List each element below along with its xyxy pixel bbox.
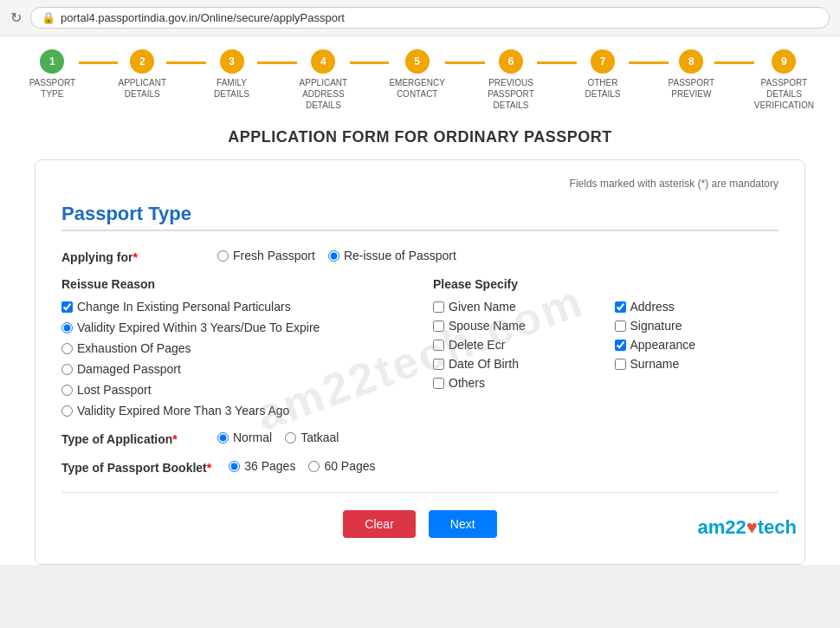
- connector-5-6: [445, 62, 485, 64]
- step-circle-2: 2: [130, 49, 154, 74]
- specify-delete-ecr[interactable]: Delete Ecr: [433, 338, 598, 352]
- reissue-passport-radio[interactable]: [328, 250, 339, 262]
- reissue-passport-option[interactable]: Re-issue of Passport: [328, 249, 456, 262]
- reissue-option-validity-more[interactable]: Validity Expired More Than 3 Years Ago: [61, 404, 407, 418]
- step-1[interactable]: 1 PASSPORT TYPE: [26, 49, 79, 100]
- 36-pages-radio[interactable]: [229, 461, 240, 472]
- specify-date-of-birth[interactable]: Date Of Birth: [433, 357, 598, 371]
- step-label-6: PREVIOUSPASSPORT DETAILS: [485, 77, 538, 111]
- address-bar[interactable]: 🔒 portal4.passportindia.gov.in/Online/se…: [30, 7, 830, 29]
- specify-given-name[interactable]: Given Name: [433, 300, 598, 314]
- specify-checkbox-date-of-birth[interactable]: [433, 359, 444, 370]
- specify-options-grid: Given Name Address Spouse Name: [433, 300, 779, 390]
- specify-others[interactable]: Others: [433, 376, 598, 390]
- connector-6-7: [537, 62, 577, 64]
- page-title: APPLICATION FORM FOR ORDINARY PASSPORT: [0, 120, 840, 159]
- step-label-5: EMERGENCYCONTACT: [389, 77, 444, 100]
- specify-checkbox-others[interactable]: [433, 378, 444, 389]
- specify-checkbox-spouse-name[interactable]: [433, 320, 444, 332]
- specify-surname[interactable]: Surname: [615, 357, 779, 371]
- reissue-option-damaged[interactable]: Damaged Passport: [61, 362, 407, 376]
- fresh-passport-radio[interactable]: [217, 250, 229, 262]
- specify-checkbox-address[interactable]: [615, 301, 626, 313]
- reissue-reason-panel: Reissue Reason Change In Existing Person…: [61, 277, 407, 418]
- specify-spouse-name[interactable]: Spouse Name: [433, 319, 598, 333]
- 60-pages-radio[interactable]: [308, 461, 320, 472]
- url-text: portal4.passportindia.gov.in/Online/secu…: [61, 11, 345, 24]
- step-circle-8: 8: [679, 49, 703, 74]
- reissue-option-exhaustion[interactable]: Exhaustion Of Pages: [61, 341, 407, 355]
- specify-signature[interactable]: Signature: [615, 319, 779, 333]
- specify-checkbox-given-name[interactable]: [433, 301, 444, 313]
- applying-for-options: Fresh Passport Re-issue of Passport: [217, 249, 456, 262]
- type-of-application-options: Normal Tatkaal: [217, 431, 339, 444]
- step-3[interactable]: 3 FAMILY DETAILS: [206, 49, 258, 100]
- specify-appearance[interactable]: Appearance: [615, 338, 779, 352]
- specify-checkbox-delete-ecr[interactable]: [433, 340, 444, 351]
- step-circle-9: 9: [772, 49, 796, 74]
- form-card-wrapper: am22tech.com Fields marked with asterisk…: [0, 159, 840, 565]
- connector-8-9: [714, 62, 754, 64]
- reissue-radio-validity-more[interactable]: [61, 405, 73, 417]
- clear-button[interactable]: Clear: [343, 510, 415, 538]
- step-7[interactable]: 7 OTHER DETAILS: [577, 49, 629, 100]
- applying-for-label: Applying for*: [61, 249, 200, 264]
- connector-3-4: [257, 62, 297, 64]
- specify-checkbox-appearance[interactable]: [615, 340, 626, 351]
- step-5[interactable]: 5 EMERGENCYCONTACT: [389, 49, 444, 100]
- refresh-icon[interactable]: ↻: [10, 10, 22, 26]
- reissue-reason-title: Reissue Reason: [61, 277, 407, 291]
- step-label-7: OTHER DETAILS: [577, 77, 629, 100]
- step-9[interactable]: 9 PASSPORT DETAILSVERIFICATION: [754, 49, 814, 111]
- 36-pages-option[interactable]: 36 Pages: [229, 459, 295, 473]
- normal-option[interactable]: Normal: [217, 431, 272, 444]
- next-button[interactable]: Next: [429, 510, 497, 538]
- connector-4-5: [350, 62, 390, 64]
- section-title: Passport Type: [61, 203, 779, 225]
- 60-pages-option[interactable]: 60 Pages: [308, 459, 375, 473]
- specify-checkbox-surname[interactable]: [615, 359, 626, 370]
- specify-checkbox-signature[interactable]: [615, 320, 626, 332]
- am22tech-logo: am22♥tech: [697, 516, 797, 539]
- section-divider: [61, 230, 779, 231]
- form-inner: am22tech.com Fields marked with asterisk…: [61, 178, 779, 538]
- step-label-9: PASSPORT DETAILSVERIFICATION: [754, 77, 814, 111]
- reissue-radio-validity3[interactable]: [61, 322, 73, 333]
- step-circle-4: 4: [311, 49, 335, 74]
- lock-icon: 🔒: [42, 11, 55, 24]
- connector-1-2: [79, 62, 119, 64]
- applying-for-row: Applying for* Fresh Passport Re-issue of…: [61, 249, 779, 264]
- tatkaal-option[interactable]: Tatkaal: [285, 431, 339, 444]
- progress-bar: 1 PASSPORT TYPE 2 APPLICANTDETAILS 3 FAM…: [0, 36, 840, 120]
- fresh-passport-option[interactable]: Fresh Passport: [217, 249, 315, 262]
- specify-address[interactable]: Address: [615, 300, 779, 314]
- reissue-option-lost[interactable]: Lost Passport: [61, 383, 407, 397]
- step-label-1: PASSPORT TYPE: [26, 77, 79, 100]
- step-label-2: APPLICANTDETAILS: [118, 77, 166, 100]
- reissue-option-change[interactable]: Change In Existing Personal Particulars: [61, 300, 407, 314]
- type-of-booklet-label: Type of Passport Booklet*: [61, 459, 211, 475]
- reissue-checkbox-change[interactable]: [61, 301, 73, 313]
- reissue-options-list: Change In Existing Personal Particulars …: [61, 300, 407, 418]
- tatkaal-radio[interactable]: [285, 432, 296, 443]
- step-label-3: FAMILY DETAILS: [206, 77, 258, 100]
- reissue-radio-exhaustion[interactable]: [61, 343, 73, 354]
- reissue-radio-lost[interactable]: [61, 385, 73, 396]
- please-specify-panel: Please Specify Given Name Address: [433, 277, 779, 418]
- normal-radio[interactable]: [217, 432, 229, 443]
- step-4[interactable]: 4 APPLICANTADDRESS DETAILS: [297, 49, 350, 111]
- browser-bar: ↻ 🔒 portal4.passportindia.gov.in/Online/…: [0, 0, 840, 36]
- type-of-booklet-options: 36 Pages 60 Pages: [229, 459, 375, 473]
- reissue-radio-damaged[interactable]: [61, 364, 73, 375]
- step-8[interactable]: 8 PASSPORTPREVIEW: [669, 49, 715, 100]
- reissue-option-validity3[interactable]: Validity Expired Within 3 Years/Due To E…: [61, 320, 407, 334]
- connector-7-8: [629, 62, 669, 64]
- step-2[interactable]: 2 APPLICANTDETAILS: [118, 49, 166, 100]
- step-circle-5: 5: [405, 49, 430, 74]
- type-of-booklet-row: Type of Passport Booklet* 36 Pages 60 Pa…: [61, 459, 779, 475]
- connector-2-3: [166, 62, 206, 64]
- form-buttons: Clear Next: [61, 493, 779, 538]
- step-6[interactable]: 6 PREVIOUSPASSPORT DETAILS: [485, 49, 538, 111]
- step-label-4: APPLICANTADDRESS DETAILS: [297, 77, 350, 111]
- step-circle-1: 1: [40, 49, 64, 74]
